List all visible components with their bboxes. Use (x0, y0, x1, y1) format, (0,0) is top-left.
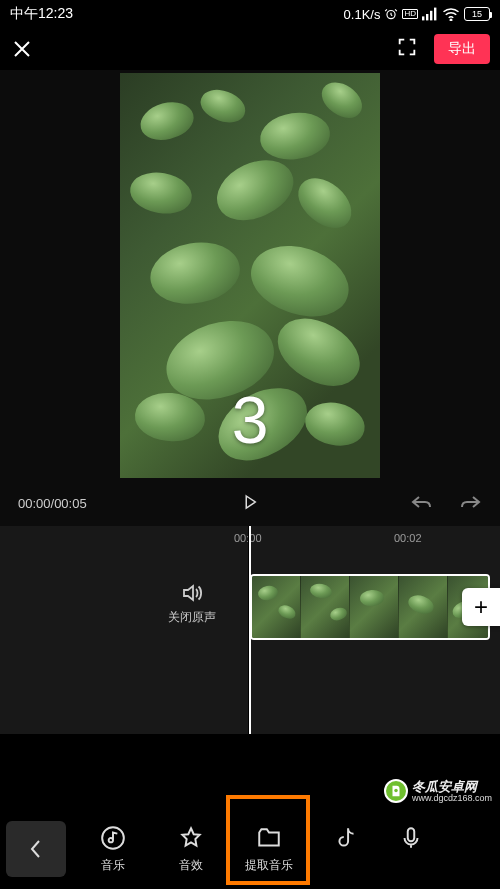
svg-point-5 (450, 19, 452, 21)
bottom-toolbar: 音乐 音效 提取音乐 (0, 809, 500, 889)
net-speed: 0.1K/s (344, 7, 381, 22)
watermark-icon (384, 779, 408, 803)
svg-rect-4 (434, 8, 436, 21)
status-time: 中午12:23 (10, 5, 73, 23)
ruler-tick: 00:02 (394, 532, 422, 544)
export-button[interactable]: 导出 (434, 34, 490, 64)
tool-sfx[interactable]: 音效 (152, 819, 230, 880)
tool-extract-music[interactable]: 提取音乐 (230, 819, 308, 880)
playhead[interactable] (249, 526, 251, 734)
star-icon (178, 825, 204, 851)
signal-icon (422, 7, 438, 21)
top-bar: 导出 (0, 28, 500, 70)
video-clip[interactable] (250, 574, 490, 640)
add-clip-button[interactable]: + (462, 588, 500, 626)
folder-icon (256, 825, 282, 851)
video-preview[interactable]: 3 (0, 70, 500, 480)
svg-rect-3 (430, 11, 432, 21)
watermark-url: www.dgcdz168.com (412, 793, 492, 803)
tool-label: 提取音乐 (245, 857, 293, 874)
mute-original-audio[interactable]: 关闭原声 (168, 581, 216, 626)
mute-label: 关闭原声 (168, 610, 216, 624)
close-icon[interactable] (10, 37, 34, 61)
back-button[interactable] (6, 821, 66, 877)
tool-music[interactable]: 音乐 (74, 819, 152, 880)
status-bar: 中午12:23 0.1K/s HD 15 (0, 0, 500, 28)
undo-icon[interactable] (410, 493, 434, 514)
status-right: 0.1K/s HD 15 (344, 7, 490, 22)
play-icon[interactable] (241, 493, 259, 514)
battery-icon: 15 (464, 7, 490, 21)
watermark-text: 冬瓜安卓网 (412, 780, 492, 793)
video-frame: 3 (120, 73, 380, 478)
svg-rect-1 (422, 16, 424, 20)
svg-rect-2 (426, 14, 428, 20)
hd-icon: HD (402, 9, 418, 19)
svg-rect-7 (408, 828, 415, 841)
tool-label: 音乐 (101, 857, 125, 874)
redo-icon[interactable] (458, 493, 482, 514)
douyin-icon (334, 825, 360, 851)
svg-point-8 (394, 789, 398, 793)
timeline[interactable]: 00:00 00:02 关闭原声 + (0, 526, 500, 734)
music-note-icon (100, 825, 126, 851)
fullscreen-icon[interactable] (396, 36, 418, 62)
tool-label: 音效 (179, 857, 203, 874)
tool-record[interactable] (386, 819, 436, 880)
countdown-number: 3 (232, 382, 269, 458)
mic-icon (398, 825, 424, 851)
time-display: 00:00/00:05 (18, 496, 87, 511)
playback-row: 00:00/00:05 (0, 480, 500, 526)
tool-douyin[interactable] (308, 819, 386, 880)
alarm-icon (384, 7, 398, 21)
wifi-icon (442, 7, 460, 21)
ruler-tick: 00:00 (234, 532, 262, 544)
watermark: 冬瓜安卓网 www.dgcdz168.com (384, 779, 492, 803)
